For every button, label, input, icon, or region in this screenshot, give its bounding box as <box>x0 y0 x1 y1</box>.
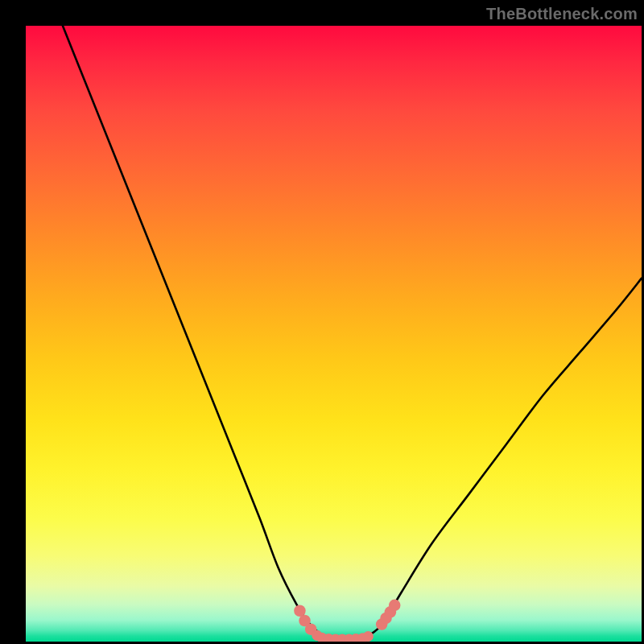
chart-frame: TheBottleneck.com <box>0 0 644 644</box>
marker-cluster <box>294 600 400 642</box>
marker-dot <box>363 631 374 642</box>
watermark-text: TheBottleneck.com <box>486 5 638 23</box>
bottleneck-curve <box>63 26 642 639</box>
curve-layer <box>26 26 642 642</box>
marker-dot <box>389 600 401 612</box>
curve-right-branch <box>346 279 642 639</box>
plot-area <box>26 26 642 642</box>
curve-left-branch <box>63 26 346 639</box>
